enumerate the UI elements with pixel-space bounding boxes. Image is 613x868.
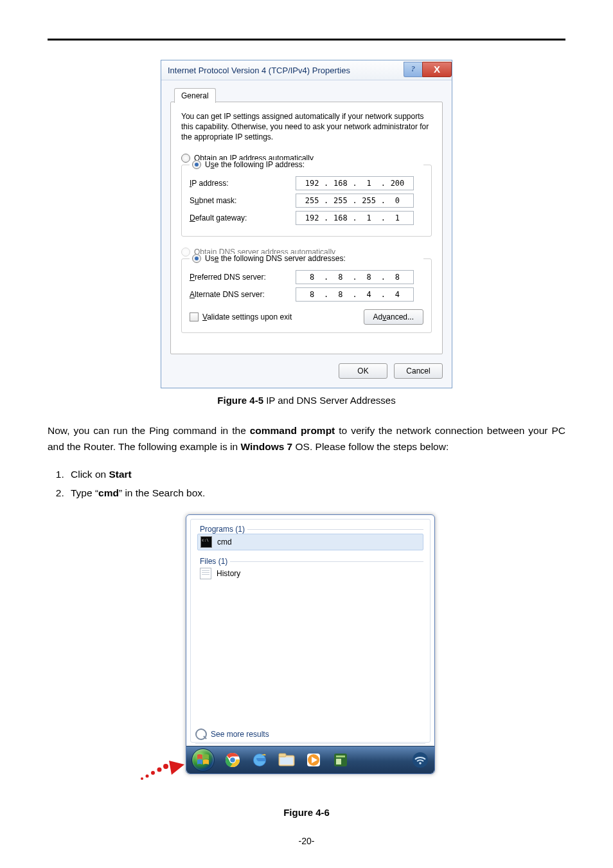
body-paragraph: Now, you can run the Ping command in the…: [48, 422, 565, 455]
default-gateway-label: Default gateway:: [190, 213, 296, 222]
result-history[interactable]: History: [197, 566, 423, 581]
subnet-mask-input[interactable]: 255.255.255.0: [296, 194, 414, 208]
ip-manual-group: Use the following IP address: IP address…: [181, 165, 432, 237]
start-menu-screenshot: Programs (1) cmd Files (1) History: [178, 514, 435, 800]
svg-point-3: [157, 767, 162, 772]
programs-section: Programs (1) cmd: [197, 525, 423, 550]
alternate-dns-input[interactable]: 8.8.4.4: [296, 287, 414, 302]
default-gateway-input[interactable]: 192.168.1.1: [296, 211, 414, 225]
alternate-dns-label: Alternate DNS server:: [190, 290, 296, 299]
dns-manual-group: Use the following DNS server addresses: …: [181, 258, 432, 333]
pointer-arrow-icon: [139, 755, 184, 781]
subnet-mask-label: Subnet mask:: [190, 196, 296, 205]
svg-point-0: [141, 777, 143, 780]
windows-logo-icon: [196, 753, 210, 767]
start-orb[interactable]: [191, 748, 215, 772]
tab-general[interactable]: General: [174, 88, 216, 103]
ok-button[interactable]: OK: [339, 363, 387, 379]
files-section: Files (1) History: [197, 557, 423, 581]
svg-marker-5: [169, 761, 184, 775]
cancel-button[interactable]: Cancel: [394, 363, 443, 379]
taskbar-media-icon[interactable]: [305, 751, 323, 769]
advanced-button[interactable]: Advanced...: [364, 309, 423, 325]
figure-4-6-caption: Figure 4-6: [48, 807, 565, 818]
intro-text: You can get IP settings assigned automat…: [181, 111, 432, 143]
svg-point-8: [230, 757, 235, 763]
page-number: -20-: [0, 836, 613, 846]
svg-rect-18: [336, 759, 341, 764]
step-1: Click on Start: [67, 465, 565, 484]
preferred-dns-label: Preferred DNS server:: [190, 273, 296, 282]
close-button[interactable]: X: [422, 62, 452, 77]
ipv4-properties-dialog: Internet Protocol Version 4 (TCP/IPv4) P…: [161, 60, 452, 388]
svg-rect-12: [280, 757, 293, 764]
taskbar-chrome-icon[interactable]: [224, 751, 242, 769]
ip-address-input[interactable]: 192.168.1.200: [296, 176, 414, 190]
help-button[interactable]: ?: [404, 62, 422, 77]
radio-icon: [181, 248, 190, 257]
document-icon: [200, 568, 211, 579]
radio-icon: [181, 154, 190, 163]
preferred-dns-input[interactable]: 8.8.8.8: [296, 270, 414, 284]
figure-4-5-caption: Figure 4-5 IP and DNS Server Addresses: [48, 395, 565, 406]
radio-dns-manual[interactable]: Use the following DNS server addresses:: [190, 254, 423, 263]
search-icon: [195, 728, 207, 740]
steps-list: Click on Start Type “cmd” in the Search …: [48, 465, 565, 503]
see-more-results[interactable]: See more results: [195, 728, 269, 740]
taskbar-ie-icon[interactable]: [251, 751, 269, 769]
validate-checkbox[interactable]: [190, 312, 199, 321]
radio-ip-manual[interactable]: Use the following IP address:: [190, 160, 423, 169]
step-2: Type “cmd” in the Search box.: [67, 484, 565, 502]
svg-point-2: [151, 771, 155, 775]
close-icon: X: [434, 64, 440, 75]
cmd-icon: [200, 536, 212, 548]
ip-address-label: IP address:: [190, 179, 296, 188]
result-cmd[interactable]: cmd: [197, 534, 423, 550]
dialog-titlebar: Internet Protocol Version 4 (TCP/IPv4) P…: [161, 60, 452, 80]
svg-point-4: [163, 764, 168, 769]
taskbar: [186, 746, 434, 773]
taskbar-explorer-icon[interactable]: [278, 751, 296, 769]
svg-rect-17: [336, 755, 345, 757]
radio-icon: [192, 160, 201, 169]
taskbar-app-icon[interactable]: [332, 751, 350, 769]
svg-point-1: [146, 774, 149, 777]
validate-label: Validate settings upon exit: [202, 312, 292, 321]
dialog-title: Internet Protocol Version 4 (TCP/IPv4) P…: [168, 66, 350, 75]
taskbar-wifi-icon[interactable]: [411, 751, 429, 769]
svg-rect-11: [279, 754, 286, 757]
radio-icon: [192, 254, 201, 263]
svg-point-20: [419, 762, 422, 764]
help-icon: ?: [411, 64, 415, 74]
